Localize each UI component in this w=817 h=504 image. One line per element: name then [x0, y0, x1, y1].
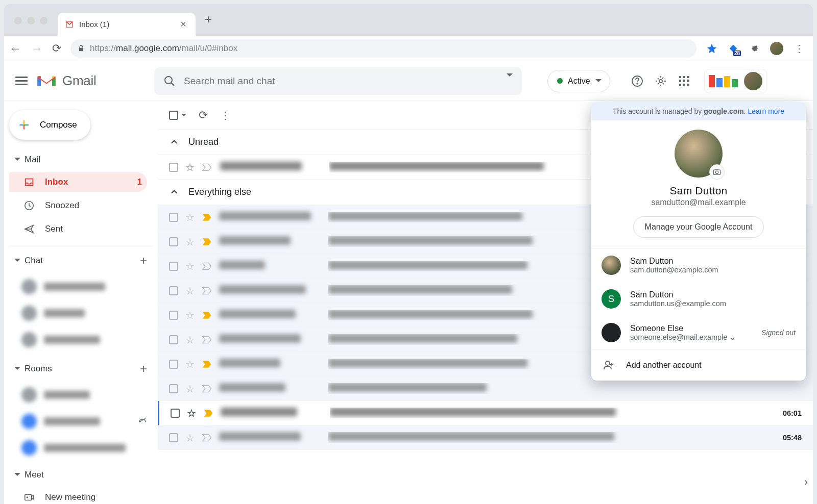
reload-button[interactable]: ⟳ [52, 42, 61, 55]
room-item[interactable] [9, 410, 152, 433]
nav-section-chat[interactable]: Chat+ [9, 246, 152, 271]
nav-item-new-meeting[interactable]: New meeting [9, 488, 152, 504]
window-maximize[interactable] [40, 17, 47, 24]
chat-contact[interactable] [9, 302, 152, 324]
chevron-down-icon [14, 473, 20, 479]
important-icon[interactable] [202, 433, 212, 442]
mail-row[interactable]: ☆06:01 [158, 401, 813, 425]
tab-close-icon[interactable]: × [180, 18, 186, 30]
search-options-icon[interactable] [507, 73, 513, 88]
room-item[interactable] [9, 437, 152, 459]
gmail-logo-lockup[interactable]: Gmail [36, 73, 138, 89]
main-menu-button[interactable] [15, 74, 28, 88]
refresh-button[interactable]: ⟳ [199, 109, 208, 122]
select-all-checkbox[interactable] [169, 111, 178, 120]
new-tab-button[interactable]: + [196, 12, 222, 36]
account-option[interactable]: S Sam Duttonsamdutton.us@example.com [591, 282, 806, 316]
gmail-logo-icon [36, 73, 57, 89]
star-icon[interactable]: ☆ [185, 358, 195, 370]
important-icon[interactable] [202, 335, 212, 344]
chevron-down-icon [14, 367, 20, 373]
important-icon[interactable] [202, 384, 212, 393]
account-avatar [602, 256, 621, 275]
google-apps-button[interactable] [678, 74, 691, 88]
browser-menu-icon[interactable]: ⋮ [792, 42, 805, 55]
clock-icon [23, 200, 35, 211]
nav-section-rooms[interactable]: Rooms+ [9, 358, 152, 380]
nav-section-meet[interactable]: Meet [9, 466, 152, 484]
mute-icon[interactable] [138, 417, 147, 426]
search-icon [163, 75, 176, 87]
window-close[interactable] [14, 17, 22, 24]
browser-tab[interactable]: Inbox (1) × [58, 13, 196, 36]
chat-contact[interactable] [9, 329, 152, 351]
bookmark-star-icon[interactable] [706, 42, 718, 55]
extensions-icon[interactable] [749, 42, 761, 55]
row-checkbox[interactable] [169, 360, 178, 369]
row-time: 05:48 [771, 434, 802, 442]
add-account-button[interactable]: Add another account [591, 349, 806, 381]
important-icon[interactable] [202, 286, 212, 295]
account-option[interactable]: Sam Duttonsam.dutton@example.com [591, 248, 806, 282]
nav-item-inbox[interactable]: Inbox 1 [9, 172, 147, 192]
star-icon[interactable]: ☆ [185, 161, 195, 173]
account-switcher[interactable] [704, 69, 767, 93]
chevron-up-icon [169, 187, 179, 197]
important-icon[interactable] [203, 409, 213, 418]
important-icon[interactable] [202, 360, 212, 369]
browser-profile-avatar[interactable] [770, 42, 783, 55]
add-room-button[interactable]: + [140, 362, 147, 376]
important-icon[interactable] [202, 262, 212, 271]
select-menu-icon[interactable] [181, 114, 186, 119]
row-checkbox[interactable] [169, 237, 178, 246]
address-bar[interactable]: https://mail.google.com/mail/u/0#inbox [70, 39, 696, 58]
star-icon[interactable]: ☆ [185, 285, 195, 297]
support-button[interactable] [631, 74, 644, 88]
star-icon[interactable]: ☆ [185, 211, 195, 223]
row-checkbox[interactable] [169, 335, 178, 344]
important-icon[interactable] [202, 163, 213, 172]
star-icon[interactable]: ☆ [185, 432, 195, 444]
search-input[interactable] [184, 75, 507, 87]
row-checkbox[interactable] [169, 433, 178, 442]
nav-item-sent[interactable]: Sent [9, 219, 152, 239]
star-icon[interactable]: ☆ [187, 407, 196, 419]
more-button[interactable]: ⋮ [220, 109, 230, 121]
back-button[interactable]: ← [9, 41, 21, 56]
star-icon[interactable]: ☆ [185, 383, 195, 395]
side-panel-toggle-icon[interactable]: › [804, 475, 808, 489]
star-icon[interactable]: ☆ [185, 236, 195, 248]
window-minimize[interactable] [27, 17, 35, 24]
row-checkbox[interactable] [169, 286, 178, 295]
important-icon[interactable] [202, 213, 212, 222]
row-checkbox[interactable] [169, 213, 178, 222]
active-status-button[interactable]: Active [547, 70, 610, 92]
account-avatar: S [602, 289, 621, 309]
change-photo-button[interactable] [709, 164, 725, 180]
important-icon[interactable] [202, 237, 212, 246]
chat-contact[interactable] [9, 275, 152, 298]
search-bar[interactable] [154, 67, 522, 95]
row-checkbox[interactable] [169, 163, 178, 172]
row-checkbox[interactable] [169, 311, 178, 320]
add-chat-button[interactable]: + [140, 254, 147, 268]
room-item[interactable] [9, 384, 152, 406]
settings-button[interactable] [654, 74, 667, 88]
forward-button[interactable]: → [31, 41, 43, 56]
row-checkbox[interactable] [171, 409, 180, 418]
star-icon[interactable]: ☆ [185, 334, 195, 346]
nav-item-snoozed[interactable]: Snoozed [9, 196, 152, 215]
nav-section-mail[interactable]: Mail [9, 151, 152, 168]
manage-account-button[interactable]: Manage your Google Account [633, 216, 764, 238]
star-icon[interactable]: ☆ [185, 260, 195, 272]
important-icon[interactable] [202, 311, 212, 320]
star-icon[interactable]: ☆ [185, 309, 195, 321]
extension-badge-icon[interactable]: 28 [727, 42, 739, 55]
user-avatar [744, 72, 762, 90]
compose-button[interactable]: Compose [9, 110, 90, 140]
learn-more-link[interactable]: Learn more [748, 107, 784, 115]
mail-row[interactable]: ☆05:48 [158, 425, 813, 450]
account-option[interactable]: Someone Elsesomeone.else@mail.example ⌄ … [591, 316, 806, 349]
row-checkbox[interactable] [169, 384, 178, 393]
row-checkbox[interactable] [169, 262, 178, 271]
